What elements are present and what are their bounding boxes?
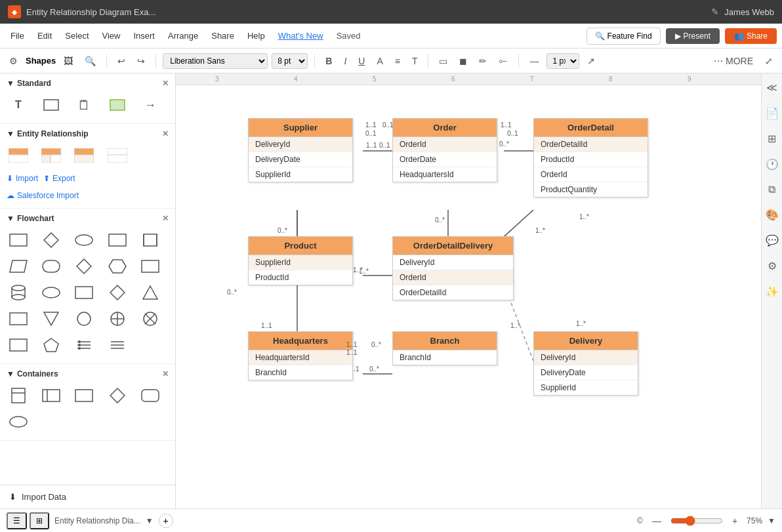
bold-button[interactable]: B xyxy=(321,54,336,68)
fc-ellipse[interactable] xyxy=(72,228,96,252)
feature-find-button[interactable]: 🔍 Feature Find xyxy=(586,28,661,45)
italic-button[interactable]: I xyxy=(340,54,350,68)
menu-select[interactable]: Select xyxy=(60,28,94,43)
delivery-entity[interactable]: Delivery DeliveryId DeliveryDate Supplie… xyxy=(533,331,638,396)
flowchart-close[interactable]: ✕ xyxy=(162,214,169,223)
ct-horiz-container[interactable] xyxy=(39,384,63,407)
list-view-tab[interactable]: ☰ xyxy=(7,512,27,529)
add-page-button[interactable]: + xyxy=(159,514,173,528)
product-entity[interactable]: Product SupplierId ProductId xyxy=(248,236,353,285)
more-right-icon[interactable]: ⚙ xyxy=(765,257,779,275)
expand-icon[interactable]: ≪ xyxy=(764,79,780,96)
image-button[interactable]: 🖼 xyxy=(60,54,77,68)
fc-inv-triangle[interactable] xyxy=(39,307,63,331)
ct-diamond[interactable] xyxy=(106,384,129,407)
history-icon[interactable]: 🕐 xyxy=(763,155,781,173)
standard-header[interactable]: ▼ Standard ✕ xyxy=(0,73,175,91)
canvas-area[interactable]: 3 4 5 6 7 8 9 1..1 0..1 0..* 0..* xyxy=(176,73,761,508)
orderdetail-entity[interactable]: OrderDetail OrderDetailId ProductId Orde… xyxy=(533,118,648,197)
standard-close[interactable]: ✕ xyxy=(162,79,169,88)
import-data-bar[interactable]: ⬇ Import Data xyxy=(0,485,175,508)
search-button[interactable]: 🔍 xyxy=(81,54,100,68)
connector-button[interactable]: ⟜ xyxy=(495,53,512,68)
fc-rect3[interactable] xyxy=(138,228,162,252)
fc-rect5[interactable] xyxy=(72,281,96,304)
fc-rect4[interactable] xyxy=(138,255,162,278)
canvas-content[interactable]: 1..1 0..1 0..* 0..* 1..* 1..* 1..* xyxy=(176,85,761,508)
present-button[interactable]: ▶ Present xyxy=(666,28,720,44)
menu-share[interactable]: Share xyxy=(206,28,239,43)
fc-cross2[interactable] xyxy=(138,307,162,331)
supplier-entity[interactable]: Supplier DeliveryId DeliveryDate Supplie… xyxy=(248,118,353,182)
line-button[interactable]: ✏ xyxy=(475,54,491,68)
zoom-dropdown-icon[interactable]: ▼ xyxy=(768,516,775,525)
menu-insert[interactable]: Insert xyxy=(128,28,160,43)
arrow-shape[interactable]: → xyxy=(138,93,162,117)
salesforce-button[interactable]: ☁ Salesforce Import xyxy=(7,191,79,200)
import-button[interactable]: ⬇ Import xyxy=(7,174,38,183)
fc-diamond3[interactable] xyxy=(106,281,129,304)
note-shape[interactable]: 🗒 xyxy=(72,93,96,117)
shape-style-button[interactable]: ▭ xyxy=(435,54,451,68)
underline-button[interactable]: U xyxy=(354,54,369,68)
page-dropdown-icon[interactable]: ▼ xyxy=(146,516,154,525)
fc-rect2[interactable] xyxy=(106,228,129,252)
menu-arrange[interactable]: Arrange xyxy=(163,28,203,43)
connection-end-button[interactable]: ↗ xyxy=(583,54,599,68)
page-icon[interactable]: 📄 xyxy=(763,104,781,122)
px-selector[interactable]: 1 px xyxy=(546,53,579,69)
fc-list[interactable] xyxy=(72,333,96,357)
colored-rect-shape[interactable] xyxy=(106,93,129,117)
er-shape-3[interactable] xyxy=(72,144,96,167)
undo-button[interactable]: ↩ xyxy=(113,54,129,68)
fill-button[interactable]: ◼ xyxy=(455,54,471,68)
menu-edit[interactable]: Edit xyxy=(32,28,57,43)
branch-entity[interactable]: Branch BranchId xyxy=(392,331,497,365)
layers-icon[interactable]: ⧉ xyxy=(766,181,778,198)
line-style-button[interactable]: — xyxy=(525,54,543,68)
edit-icon[interactable]: ✎ xyxy=(711,7,719,17)
fc-diamond2[interactable] xyxy=(72,255,96,278)
fullscreen-button[interactable]: ⤢ xyxy=(761,54,777,68)
shapes-toggle[interactable]: ⚙ xyxy=(5,54,22,68)
text-style-button[interactable]: T xyxy=(408,54,422,68)
fc-lines[interactable] xyxy=(106,333,129,357)
more-button[interactable]: ⋯ MORE xyxy=(710,54,757,68)
fc-rounded-rect[interactable] xyxy=(39,255,63,278)
ct-vert-container[interactable] xyxy=(7,384,30,407)
er-shape-4[interactable] xyxy=(106,144,129,167)
menu-whats-new[interactable]: What's New xyxy=(273,28,329,43)
orderdetaildelivery-entity[interactable]: OrderDetailDelivery DeliveryId OrderId O… xyxy=(392,236,514,300)
fc-ellipse2[interactable] xyxy=(39,281,63,304)
flowchart-header[interactable]: ▼ Flowchart ✕ xyxy=(0,209,175,226)
er-shape-2[interactable] xyxy=(39,144,63,167)
zoom-in-button[interactable]: + xyxy=(728,514,741,528)
er-close[interactable]: ✕ xyxy=(162,129,169,138)
font-color-button[interactable]: A xyxy=(373,54,386,68)
headquarters-entity[interactable]: Headquarters HeadquartersId BranchId xyxy=(248,331,353,380)
er-shape-1[interactable] xyxy=(7,144,30,167)
align-left-button[interactable]: ≡ xyxy=(391,54,404,68)
menu-view[interactable]: View xyxy=(97,28,126,43)
format-icon[interactable]: 🎨 xyxy=(763,206,781,224)
fc-cylinder[interactable] xyxy=(7,281,30,304)
fc-diamond[interactable] xyxy=(39,228,63,252)
ct-rounded[interactable] xyxy=(138,384,162,407)
font-selector[interactable]: Liberation Sans xyxy=(163,53,268,69)
containers-close[interactable]: ✕ xyxy=(162,369,169,379)
containers-header[interactable]: ▼ Containers ✕ xyxy=(0,364,175,381)
wand-icon[interactable]: ✨ xyxy=(763,283,781,300)
share-button[interactable]: 👥 Share xyxy=(725,28,777,44)
grid-view-tab[interactable]: ⊞ xyxy=(30,512,49,529)
fc-rect[interactable] xyxy=(7,228,30,252)
ct-rect[interactable] xyxy=(72,384,96,407)
redo-button[interactable]: ↪ xyxy=(133,54,149,68)
zoom-out-button[interactable]: — xyxy=(648,514,665,528)
fc-rect6[interactable] xyxy=(7,307,30,331)
fc-rect7[interactable] xyxy=(7,333,30,357)
comment-icon[interactable]: 💬 xyxy=(763,232,781,249)
er-header[interactable]: ▼ Entity Relationship ✕ xyxy=(0,124,175,141)
fc-circle[interactable] xyxy=(72,307,96,331)
order-entity[interactable]: Order OrderId OrderDate HeadquartersId xyxy=(392,118,497,182)
ct-ellipse[interactable] xyxy=(7,410,30,434)
